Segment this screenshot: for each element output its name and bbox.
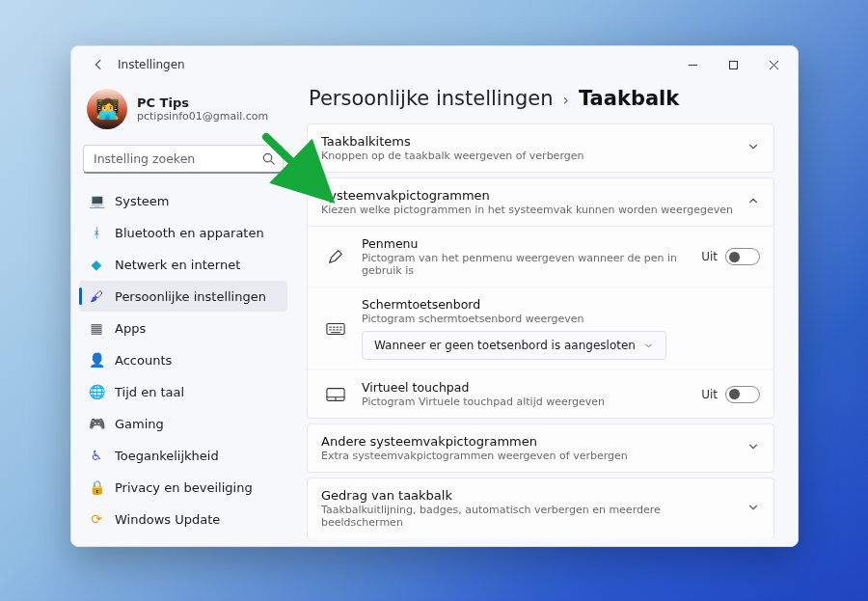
panel-header[interactable]: SysteemvakpictogrammenKiezen welke picto… xyxy=(308,178,773,226)
profile-name: PC Tips xyxy=(137,96,268,110)
window-title: Instellingen xyxy=(118,58,185,71)
breadcrumb-current: Taakbalk xyxy=(579,87,679,110)
row-title: Penmenu xyxy=(362,236,690,251)
sidebar-item-label: Bluetooth en apparaten xyxy=(115,226,264,240)
sidebar-item-8[interactable]: ♿Toegankelijkheid xyxy=(79,440,287,471)
sidebar-icon: ♿ xyxy=(89,448,104,463)
pen-icon xyxy=(321,248,350,265)
panel-row-2: Virtueel touchpadPictogram Virtuele touc… xyxy=(308,370,773,418)
back-button[interactable] xyxy=(85,51,112,78)
sidebar-item-9[interactable]: 🔒Privacy en beveiliging xyxy=(79,472,287,503)
sidebar-item-label: Netwerk en internet xyxy=(115,258,240,272)
panel-body: PenmenuPictogram van het penmenu weergev… xyxy=(308,226,773,418)
sidebar-icon: 🔒 xyxy=(89,479,104,495)
sidebar-item-4[interactable]: ▦Apps xyxy=(79,313,287,343)
toggle-switch[interactable] xyxy=(725,386,760,403)
row-title: Schermtoetsenbord xyxy=(362,297,760,312)
sidebar-icon: ⟳ xyxy=(89,511,104,527)
toggle-label: Uit xyxy=(701,388,718,401)
profile-email: pctipsinfo01@gmail.com xyxy=(137,110,268,123)
search-input[interactable] xyxy=(83,145,284,174)
sidebar-icon: ᚼ xyxy=(89,225,104,240)
close-button[interactable] xyxy=(753,50,794,79)
sidebar-item-label: Tijd en taal xyxy=(115,385,184,399)
panel-subtitle: Taakbalkuitlijning, badges, automatisch … xyxy=(321,504,737,529)
main-content: Persoonlijke instellingen › Taakbalk Taa… xyxy=(295,83,798,546)
panel-title: Andere systeemvakpictogrammen xyxy=(321,434,628,449)
sidebar-item-label: Gaming xyxy=(115,417,164,431)
sidebar-item-label: Persoonlijke instellingen xyxy=(115,289,266,304)
panel-header[interactable]: TaakbalkitemsKnoppen op de taakbalk weer… xyxy=(308,124,773,172)
window-controls xyxy=(672,50,794,79)
panel-title: Taakbalkitems xyxy=(321,134,583,149)
sidebar-item-6[interactable]: 🌐Tijd en taal xyxy=(79,376,287,407)
panel-subtitle: Extra systeemvakpictogrammen weergeven o… xyxy=(321,450,628,462)
chevron-down-icon xyxy=(746,139,760,157)
row-subtitle: Pictogram Virtuele touchpad altijd weerg… xyxy=(362,396,690,408)
minimize-button[interactable] xyxy=(672,50,713,79)
sidebar-item-label: Toegankelijkheid xyxy=(115,449,219,463)
panel-title: Gedrag van taakbalk xyxy=(321,488,737,503)
panel-list: TaakbalkitemsKnoppen op de taakbalk weer… xyxy=(307,123,776,538)
chevron-up-icon xyxy=(746,193,760,211)
sidebar-item-1[interactable]: ᚼBluetooth en apparaten xyxy=(79,217,287,248)
toggle-switch[interactable] xyxy=(725,248,760,265)
panel-row-0: PenmenuPictogram van het penmenu weergev… xyxy=(308,227,773,287)
sidebar-item-label: Windows Update xyxy=(115,512,220,527)
sidebar-icon: 🖌 xyxy=(89,288,104,304)
panel-row-1: SchermtoetsenbordPictogram schermtoetsen… xyxy=(308,287,773,370)
chevron-right-icon: › xyxy=(563,91,569,109)
chevron-down-icon xyxy=(746,500,760,518)
panel-header[interactable]: Andere systeemvakpictogrammenExtra syste… xyxy=(308,424,773,472)
profile-block[interactable]: 👩‍💻 PC Tips pctipsinfo01@gmail.com xyxy=(79,83,287,143)
row-title: Virtueel touchpad xyxy=(362,380,690,395)
panel-header[interactable]: Gedrag van taakbalkTaakbalkuitlijning, b… xyxy=(308,478,773,538)
sidebar-icon: 👤 xyxy=(89,352,104,368)
sidebar-icon: 🎮 xyxy=(89,416,104,431)
sidebar-item-label: Accounts xyxy=(115,353,172,368)
sidebar-nav: 💻SysteemᚼBluetooth en apparaten◆Netwerk … xyxy=(79,185,287,534)
svg-point-1 xyxy=(263,153,271,161)
sidebar-icon: ▦ xyxy=(89,320,104,336)
sidebar-item-10[interactable]: ⟳Windows Update xyxy=(79,504,287,534)
row-subtitle: Pictogram van het penmenu weergeven wann… xyxy=(362,252,690,277)
keyboard-icon xyxy=(321,321,350,337)
sidebar-icon: 💻 xyxy=(89,193,104,208)
dropdown-button[interactable]: Wanneer er geen toetsenbord is aangeslot… xyxy=(362,331,666,360)
sidebar-item-label: Apps xyxy=(115,321,146,336)
sidebar: 👩‍💻 PC Tips pctipsinfo01@gmail.com 💻Syst… xyxy=(71,83,295,546)
maximize-button[interactable] xyxy=(713,50,753,79)
sidebar-item-3[interactable]: 🖌Persoonlijke instellingen xyxy=(79,281,287,312)
settings-panel-0: TaakbalkitemsKnoppen op de taakbalk weer… xyxy=(307,123,774,173)
sidebar-item-5[interactable]: 👤Accounts xyxy=(79,344,287,375)
sidebar-item-2[interactable]: ◆Netwerk en internet xyxy=(79,249,287,280)
sidebar-item-label: Systeem xyxy=(115,194,169,208)
sidebar-icon: 🌐 xyxy=(89,384,104,399)
panel-title: Systeemvakpictogrammen xyxy=(321,188,733,203)
avatar: 👩‍💻 xyxy=(87,89,127,129)
chevron-down-icon xyxy=(746,439,760,457)
breadcrumb-parent[interactable]: Persoonlijke instellingen xyxy=(309,87,554,110)
svg-rect-0 xyxy=(729,61,737,68)
settings-panel-1: SysteemvakpictogrammenKiezen welke picto… xyxy=(307,178,774,419)
row-subtitle: Pictogram schermtoetsenbord weergeven xyxy=(362,313,760,325)
breadcrumb: Persoonlijke instellingen › Taakbalk xyxy=(307,85,776,123)
settings-window: Instellingen 👩‍💻 PC Tips pctipsinfo01@gm… xyxy=(70,45,799,547)
sidebar-item-7[interactable]: 🎮Gaming xyxy=(79,408,287,439)
sidebar-item-0[interactable]: 💻Systeem xyxy=(79,185,287,216)
panel-subtitle: Kiezen welke pictogrammen in het systeem… xyxy=(321,204,733,216)
panel-subtitle: Knoppen op de taakbalk weergeven of verb… xyxy=(321,150,583,162)
touchpad-icon xyxy=(321,387,350,402)
search-field-wrap xyxy=(83,145,284,174)
toggle-label: Uit xyxy=(701,250,718,263)
search-icon xyxy=(261,151,276,170)
sidebar-item-label: Privacy en beveiliging xyxy=(115,480,253,495)
settings-panel-2: Andere systeemvakpictogrammenExtra syste… xyxy=(307,423,774,473)
titlebar: Instellingen xyxy=(71,46,798,83)
settings-panel-3: Gedrag van taakbalkTaakbalkuitlijning, b… xyxy=(307,478,774,538)
sidebar-icon: ◆ xyxy=(89,257,104,272)
